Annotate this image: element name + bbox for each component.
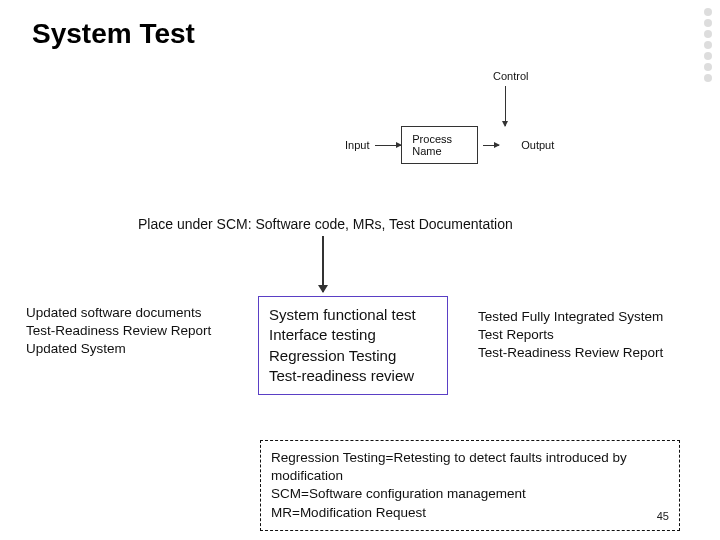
input-item: Test-Readiness Review Report	[26, 322, 236, 340]
page-title: System Test	[32, 18, 195, 50]
page-number: 45	[657, 509, 669, 524]
glossary-item: MR=Modification Request	[271, 504, 669, 522]
output-item: Tested Fully Integrated System	[478, 308, 708, 326]
outputs-block: Tested Fully Integrated System Test Repo…	[478, 308, 708, 363]
legend-input-label: Input	[345, 139, 369, 151]
dot-icon	[704, 74, 712, 82]
process-activity: Regression Testing	[269, 346, 437, 366]
process-box: System functional test Interface testing…	[258, 296, 448, 395]
process-activity: Test-readiness review	[269, 366, 437, 386]
output-item: Test-Readiness Review Report	[478, 344, 708, 362]
arrow-right-icon	[375, 145, 401, 146]
input-item: Updated System	[26, 340, 236, 358]
dot-icon	[704, 52, 712, 60]
arrow-down-icon	[505, 86, 506, 126]
glossary-item: Regression Testing=Retesting to detect f…	[271, 449, 669, 485]
legend-control-label: Control	[493, 70, 528, 82]
legend-process-box: Process Name	[401, 126, 478, 164]
dot-icon	[704, 30, 712, 38]
arrow-down-icon	[322, 236, 324, 292]
legend-output-label: Output	[521, 139, 554, 151]
dot-icon	[704, 8, 712, 16]
input-item: Updated software documents	[26, 304, 236, 322]
dot-icon	[704, 63, 712, 71]
inputs-block: Updated software documents Test-Readines…	[26, 304, 236, 359]
process-activity: System functional test	[269, 305, 437, 325]
slide-deco-dots	[704, 8, 712, 82]
glossary-box: Regression Testing=Retesting to detect f…	[260, 440, 680, 531]
legend-row: Input Process Name Output	[345, 126, 554, 164]
dot-icon	[704, 19, 712, 27]
output-item: Test Reports	[478, 326, 708, 344]
dot-icon	[704, 41, 712, 49]
control-text: Place under SCM: Software code, MRs, Tes…	[138, 216, 513, 232]
arrow-right-icon	[483, 145, 500, 146]
process-activity: Interface testing	[269, 325, 437, 345]
glossary-item: SCM=Software configuration management	[271, 485, 669, 503]
